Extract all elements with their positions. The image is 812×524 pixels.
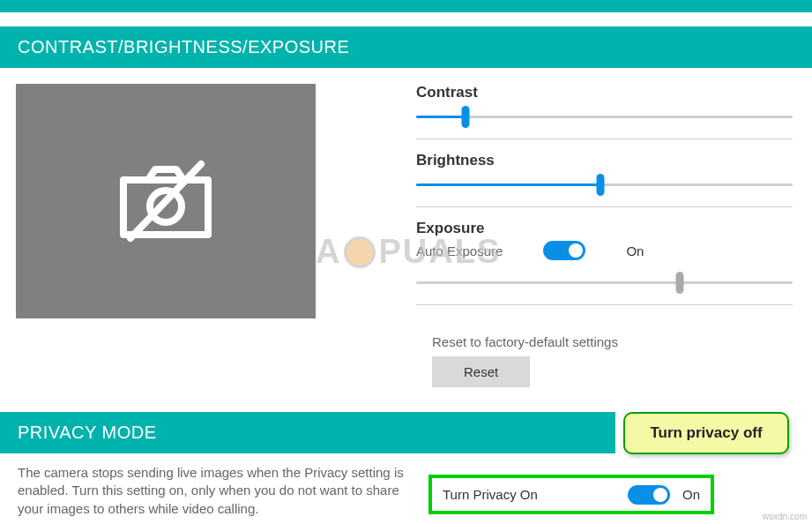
divider <box>416 304 793 305</box>
no-camera-icon <box>113 157 219 245</box>
privacy-toggle-highlight: Turn Privacy On On <box>428 475 714 514</box>
exposure-slider <box>416 269 793 296</box>
svg-line-2 <box>130 164 201 238</box>
exposure-label: Exposure <box>416 220 793 237</box>
divider <box>416 138 793 139</box>
reset-description: Reset to factory-default settings <box>432 334 793 349</box>
section-header-contrast: CONTRAST/BRIGHTNESS/EXPOSURE <box>0 26 812 68</box>
divider <box>416 206 793 207</box>
content-row: Contrast Brightness Exposure <box>0 68 812 334</box>
privacy-description: The camera stops sending live images whe… <box>0 453 423 518</box>
brightness-label: Brightness <box>416 152 793 169</box>
contrast-slider[interactable] <box>416 103 793 130</box>
auto-exposure-row: Auto Exposure On <box>416 241 793 260</box>
top-accent-bar <box>0 0 812 12</box>
contrast-block: Contrast <box>416 84 793 139</box>
source-tag: wsxdn.com <box>763 512 807 521</box>
privacy-toggle-state: On <box>682 487 700 502</box>
privacy-toggle-label: Turn Privacy On <box>443 487 538 502</box>
exposure-block: Exposure Auto Exposure On <box>416 220 793 305</box>
auto-exposure-state: On <box>626 243 644 258</box>
reset-area: Reset to factory-default settings Reset <box>316 334 812 387</box>
section-header-privacy: PRIVACY MODE <box>0 412 615 453</box>
brightness-block: Brightness <box>416 152 793 207</box>
reset-button[interactable]: Reset <box>432 356 530 387</box>
auto-exposure-toggle[interactable] <box>543 241 585 260</box>
privacy-toggle[interactable] <box>628 485 670 505</box>
contrast-label: Contrast <box>416 84 793 101</box>
auto-exposure-label: Auto Exposure <box>416 243 503 258</box>
brightness-slider[interactable] <box>416 171 793 198</box>
camera-preview <box>16 84 316 318</box>
annotation-callout: Turn privacy off <box>623 412 789 454</box>
controls-column: Contrast Brightness Exposure <box>316 84 812 318</box>
